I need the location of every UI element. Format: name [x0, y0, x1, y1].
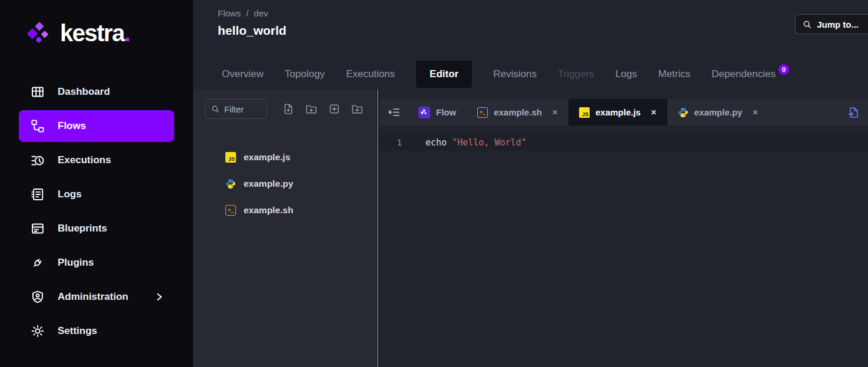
settings-icon [31, 324, 45, 338]
shell-file-icon: >_ [477, 107, 488, 118]
dependencies-count-badge: 0 [779, 64, 789, 75]
editor-tab-example-sh[interactable]: >_ example.sh ✕ [467, 99, 568, 125]
sidebar-item-dashboard[interactable]: Dashboard [19, 76, 174, 108]
flows-icon [31, 119, 45, 133]
sidebar-item-blueprints[interactable]: Blueprints [19, 213, 174, 244]
kestra-flow-icon [418, 107, 430, 118]
export-file-icon[interactable] [848, 107, 860, 118]
code-content: echo "Hello, World" [415, 137, 527, 148]
search-icon [803, 20, 812, 29]
sidebar-item-label: Executions [58, 154, 111, 166]
sidebar-item-logs[interactable]: Logs [19, 178, 174, 210]
app-logo[interactable]: kestra. [0, 0, 193, 47]
sidebar: kestra. Dashboard Flows Executions [0, 0, 193, 367]
administration-icon [31, 290, 45, 304]
breadcrumb-separator: / [246, 8, 248, 18]
tab-logs[interactable]: Logs [616, 59, 637, 90]
code-token-plain: echo [425, 137, 452, 148]
editor-content: JS example.js example.py [193, 90, 868, 367]
file-name: example.py [244, 178, 293, 189]
file-list: JS example.js example.py [193, 144, 377, 223]
sidebar-nav: Dashboard Flows Executions Logs [0, 74, 193, 349]
file-explorer-panel: JS example.js example.py [193, 90, 377, 367]
editor-tab-label: example.js [596, 107, 641, 117]
filter-box[interactable] [205, 99, 267, 119]
sidebar-item-label: Flows [58, 120, 86, 132]
close-icon[interactable]: ✕ [552, 109, 558, 116]
sidebar-item-label: Plugins [58, 257, 94, 269]
tab-dependencies[interactable]: Dependencies 0 [711, 59, 789, 90]
editor-tab-label: example.sh [494, 107, 542, 117]
python-file-icon [678, 107, 689, 118]
blueprints-icon [31, 221, 45, 236]
close-icon[interactable]: ✕ [752, 109, 758, 116]
shell-file-icon: >_ [225, 205, 236, 216]
file-item-example-py[interactable]: example.py [193, 170, 377, 197]
tab-editor[interactable]: Editor [416, 61, 472, 88]
editor-tab-flow[interactable]: Flow [408, 99, 467, 125]
code-editor: Flow >_ example.sh ✕ JS example.js ✕ [380, 90, 868, 367]
python-file-icon [225, 178, 236, 189]
javascript-file-icon: JS [225, 152, 236, 163]
editor-tab-example-js[interactable]: JS example.js ✕ [568, 99, 667, 125]
file-explorer-toolbar [193, 99, 377, 119]
sidebar-item-flows[interactable]: Flows [19, 110, 174, 142]
editor-tab-label: example.py [694, 107, 743, 117]
kestra-logo-icon [27, 21, 53, 47]
file-name: example.js [244, 152, 290, 163]
editor-tab-example-py[interactable]: example.py ✕ [667, 99, 769, 125]
chevron-right-icon [157, 292, 162, 302]
code-line-1[interactable]: 1 echo "Hello, World" [380, 134, 868, 151]
page-header: Flows / dev hello_world Jump to... [193, 0, 868, 59]
panel-resize-handle[interactable] [377, 90, 380, 367]
tab-triggers[interactable]: Triggers [558, 59, 594, 90]
tab-overview[interactable]: Overview [222, 59, 264, 90]
filter-input[interactable] [224, 104, 258, 114]
tab-topology[interactable]: Topology [285, 59, 325, 90]
sidebar-item-label: Administration [58, 291, 128, 303]
close-icon[interactable]: ✕ [651, 109, 657, 116]
sidebar-item-administration[interactable]: Administration [19, 281, 174, 313]
editor-tabbar-actions [848, 99, 868, 125]
sidebar-item-settings[interactable]: Settings [19, 315, 174, 347]
sidebar-item-label: Dashboard [58, 86, 110, 98]
main-area: Flows / dev hello_world Jump to... Overv… [193, 0, 868, 367]
flow-tabs: Overview Topology Executions Editor Revi… [193, 59, 868, 90]
jump-to-button[interactable]: Jump to... [795, 14, 868, 34]
sidebar-item-label: Logs [58, 189, 82, 200]
logo-text: kestra. [60, 20, 130, 47]
page-title: hello_world [218, 24, 868, 38]
kestra-app: kestra. Dashboard Flows Executions [0, 0, 868, 367]
file-item-example-sh[interactable]: >_ example.sh [193, 197, 377, 223]
logs-icon [31, 187, 45, 201]
tab-metrics[interactable]: Metrics [659, 59, 691, 90]
sidebar-item-plugins[interactable]: Plugins [19, 247, 174, 279]
breadcrumb-flows[interactable]: Flows [218, 8, 241, 18]
import-folder-icon[interactable] [352, 104, 363, 114]
add-icon[interactable] [329, 104, 340, 114]
sidebar-item-label: Blueprints [58, 223, 107, 234]
code-token-string: "Hello, World" [452, 137, 526, 148]
javascript-file-icon: JS [579, 107, 590, 118]
tab-dependencies-label: Dependencies [711, 68, 776, 80]
dashboard-icon [31, 85, 45, 99]
line-number: 1 [380, 138, 415, 147]
file-toolbar-icons [283, 104, 363, 114]
editor-tabbar: Flow >_ example.sh ✕ JS example.js ✕ [380, 99, 868, 125]
sidebar-item-executions[interactable]: Executions [19, 144, 174, 176]
breadcrumb-namespace[interactable]: dev [254, 8, 268, 18]
search-icon [211, 105, 220, 113]
new-file-icon[interactable] [283, 104, 294, 114]
file-name: example.sh [244, 205, 293, 216]
tab-revisions[interactable]: Revisions [493, 59, 537, 90]
editor-tab-label: Flow [436, 107, 456, 117]
code-area[interactable]: 1 echo "Hello, World" [380, 125, 868, 367]
plugins-icon [31, 256, 45, 270]
jump-to-label: Jump to... [817, 19, 859, 29]
executions-icon [31, 153, 45, 167]
collapse-panel-icon[interactable] [380, 99, 408, 125]
sidebar-item-label: Settings [58, 325, 97, 337]
tab-executions[interactable]: Executions [346, 59, 395, 90]
file-item-example-js[interactable]: JS example.js [193, 144, 377, 170]
new-folder-icon[interactable] [306, 104, 317, 114]
